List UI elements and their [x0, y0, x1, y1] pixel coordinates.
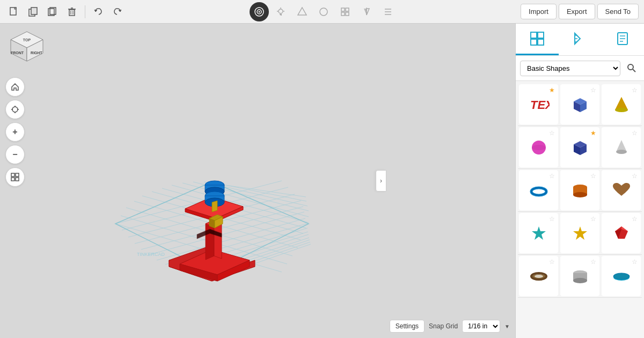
focus-button[interactable] — [5, 100, 25, 119]
cube-star[interactable]: ★ — [590, 129, 596, 137]
heart-shape-item[interactable]: ☆ — [602, 170, 641, 210]
text-star[interactable]: ★ — [549, 86, 555, 94]
right-panel: Basic Shapes Featured Letters Numbers Co… — [515, 24, 644, 338]
svg-point-137 — [573, 278, 587, 283]
chevron-right-icon: › — [380, 177, 382, 185]
layout-button[interactable] — [5, 167, 25, 187]
grid-view-tab[interactable] — [516, 24, 559, 55]
text-shape-item[interactable]: ★ TEXT — [519, 84, 558, 124]
svg-marker-93 — [212, 201, 217, 212]
panel-toggle-button[interactable]: › — [376, 170, 386, 192]
panel-header-tabs — [516, 24, 644, 56]
svg-point-13 — [258, 11, 260, 12]
circle-tool-button[interactable] — [314, 2, 333, 21]
scene-svg: TINKERCAD — [51, 63, 373, 310]
svg-rect-41 — [11, 178, 14, 181]
plus-icon: + — [12, 127, 17, 137]
home-button[interactable] — [5, 77, 25, 97]
disc-shape-item[interactable]: ☆ — [602, 256, 641, 296]
ring-star[interactable]: ☆ — [549, 258, 555, 266]
disc-star[interactable]: ☆ — [632, 258, 638, 266]
torus-shape-item[interactable]: ☆ — [519, 170, 558, 210]
grid-button[interactable] — [335, 2, 355, 21]
notes-tab[interactable] — [601, 24, 644, 55]
svg-rect-1 — [14, 8, 16, 9]
ruler-tab[interactable] — [559, 24, 602, 55]
shape-row-1: ★ TEXT ☆ — [518, 83, 642, 126]
shape-row-2: ☆ ★ — [518, 126, 642, 169]
left-controls: + − — [5, 77, 25, 187]
shape-grid: ★ TEXT ☆ — [516, 81, 644, 338]
pyramid-shape-item[interactable]: ☆ — [602, 84, 641, 124]
svg-rect-6 — [69, 10, 75, 16]
svg-rect-20 — [341, 8, 345, 11]
svg-text:TINKERCAD: TINKERCAD — [137, 252, 165, 257]
torus-shape-icon — [528, 181, 550, 200]
svg-rect-99 — [538, 39, 544, 45]
camera-button[interactable] — [250, 2, 269, 21]
settings-button[interactable]: Settings — [390, 320, 425, 333]
export-button[interactable]: Export — [559, 4, 595, 19]
sphere-shape-icon — [528, 138, 550, 157]
star-turq-shape-icon — [528, 224, 550, 243]
shape-row-4: ☆ ☆ ☆ — [518, 212, 642, 255]
shape-button[interactable] — [292, 2, 312, 21]
align-button[interactable] — [378, 2, 398, 21]
box-star[interactable]: ☆ — [590, 86, 596, 94]
zoom-out-button[interactable]: − — [5, 145, 25, 164]
snap-grid-select[interactable]: 1/16 in 1/8 in 1/4 in 1/2 in 1 in — [462, 320, 500, 333]
scene-container[interactable]: TINKERCAD — [43, 56, 381, 317]
star-turq-star[interactable]: ☆ — [549, 215, 555, 223]
star-star[interactable]: ☆ — [590, 215, 596, 223]
box-shape-item[interactable]: ☆ — [560, 84, 599, 124]
svg-rect-3 — [31, 8, 37, 14]
sphere-shape-item[interactable]: ☆ — [519, 127, 558, 167]
redo-button[interactable] — [109, 3, 126, 20]
star-turq-shape-item[interactable]: ☆ — [519, 213, 558, 253]
cube-shape-item[interactable]: ★ — [560, 127, 599, 167]
sphere-star[interactable]: ☆ — [549, 129, 555, 137]
cylinder-shape-icon — [569, 181, 591, 200]
shape-category-select[interactable]: Basic Shapes Featured Letters Numbers Co… — [520, 61, 620, 76]
cylinder-star[interactable]: ☆ — [590, 172, 596, 180]
heart-star[interactable]: ☆ — [632, 172, 638, 180]
star-shape-item[interactable]: ☆ — [560, 213, 599, 253]
canvas-area[interactable]: TOP FRONT RIGHT + − — [0, 24, 515, 338]
light-button[interactable] — [271, 2, 290, 21]
main-toolbar: Import Export Send To — [0, 0, 644, 24]
svg-point-118 — [532, 145, 546, 150]
mirror-button[interactable] — [357, 2, 376, 21]
cylinder-shape-item[interactable]: ☆ — [560, 170, 599, 210]
import-button[interactable]: Import — [521, 4, 557, 19]
cone-star[interactable]: ☆ — [632, 129, 638, 137]
zoom-in-button[interactable]: + — [5, 122, 25, 142]
cylinder2-shape-item[interactable]: ☆ — [560, 256, 599, 296]
svg-rect-97 — [538, 32, 544, 38]
heart-shape-icon — [611, 181, 632, 200]
pyramid-star[interactable]: ☆ — [632, 86, 638, 94]
torus-star[interactable]: ☆ — [549, 172, 555, 180]
search-button[interactable] — [624, 60, 640, 76]
svg-rect-98 — [531, 39, 537, 45]
ring-shape-item[interactable]: ☆ — [519, 256, 558, 296]
gem-shape-icon — [611, 224, 632, 243]
svg-point-123 — [616, 150, 627, 154]
pyramid-shape-icon — [611, 95, 632, 114]
snap-grid-label: Snap Grid — [429, 322, 458, 330]
cylinder2-star[interactable]: ☆ — [590, 258, 596, 266]
gem-shape-item[interactable]: ☆ — [602, 213, 641, 253]
delete-button[interactable] — [63, 3, 80, 20]
svg-text:RIGHT: RIGHT — [31, 51, 43, 55]
copy-button[interactable] — [25, 3, 42, 20]
duplicate-button[interactable] — [44, 3, 61, 20]
shape-row-5: ☆ ☆ — [518, 255, 642, 298]
send-to-button[interactable]: Send To — [597, 4, 639, 19]
minus-icon: − — [12, 150, 17, 159]
new-button[interactable] — [5, 3, 23, 20]
svg-line-109 — [633, 69, 635, 72]
cone-shape-item[interactable]: ☆ — [602, 127, 641, 167]
gem-star[interactable]: ☆ — [632, 215, 638, 223]
undo-button[interactable] — [90, 3, 107, 20]
view-cube[interactable]: TOP FRONT RIGHT — [5, 29, 48, 72]
svg-text:TOP: TOP — [23, 38, 31, 42]
